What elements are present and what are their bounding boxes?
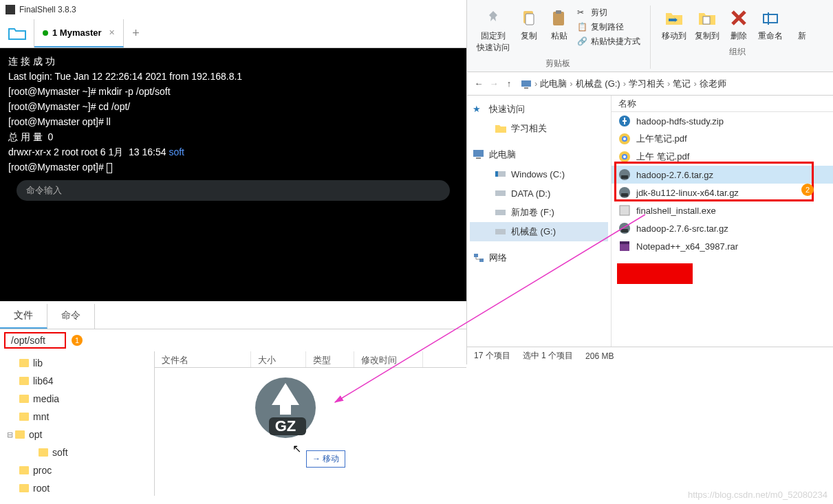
forward-button[interactable]: → (486, 78, 501, 89)
svg-rect-33 (620, 206, 629, 215)
grid-body[interactable]: GZ ↖ → 移动 (155, 368, 466, 496)
copy-path-button[interactable]: 📋复制路径 (574, 20, 643, 34)
moveto-icon (663, 7, 685, 29)
session-tab[interactable]: 1 Mymaster ✕ (34, 19, 124, 47)
rename-button[interactable]: 重命名 (754, 4, 787, 45)
col-name[interactable]: 文件名 (155, 351, 251, 367)
nav-quick-access[interactable]: ★快速访问 (470, 100, 608, 119)
tree-label: lib64 (33, 375, 54, 386)
folder-icon (8, 27, 26, 41)
command-input[interactable]: 命令输入 (17, 180, 450, 201)
gz-icon (618, 186, 631, 199)
folder-icon (19, 484, 29, 492)
list-item[interactable]: finalshell_install.exe (612, 201, 833, 219)
svg-rect-11 (521, 80, 531, 87)
add-tab-button[interactable]: + (124, 26, 149, 41)
nav-study[interactable]: 学习相关 (470, 119, 608, 138)
tree-label: lib (33, 358, 43, 369)
nav-drive-d[interactable]: DATA (D:) (470, 184, 608, 203)
crumb[interactable]: 机械盘 (G:) (576, 78, 620, 90)
tree-item[interactable]: proc (6, 461, 149, 479)
nav-pane[interactable]: ★快速访问 学习相关 此电脑 Windows (C:) DATA (D:) 新加… (467, 96, 612, 347)
tree-item[interactable]: lib (6, 354, 149, 372)
file-list[interactable]: 名称 hadoop-hdfs-study.zip 上午笔记.pdf 上午 笔记.… (612, 96, 833, 347)
finalshell-tabbar: 1 Mymaster ✕ + (0, 19, 466, 48)
ribbon-group-clipboard: 固定到 快速访问 复制 粘贴 ✂剪切 📋复制路径 🔗粘贴快捷方式 (470, 3, 646, 72)
remote-file-grid[interactable]: 文件名 大小 类型 修改时间 GZ ↖ → 移动 (155, 351, 466, 496)
tree-label: soft (52, 447, 68, 458)
pin-button[interactable]: 固定到 快速访问 (473, 4, 514, 56)
moveto-button[interactable]: 移动到 (658, 4, 691, 45)
breadcrumb[interactable]: ›此电脑 ›机械盘 (G:) ›学习相关 ›笔记 ›徐老师 (521, 78, 726, 90)
drive-icon (495, 168, 507, 179)
tab-commands[interactable]: 命令 (47, 304, 95, 329)
back-button[interactable]: ← (471, 78, 486, 89)
nav-drive-f[interactable]: 新加卷 (F:) (470, 203, 608, 222)
col-mtime[interactable]: 修改时间 (354, 351, 423, 367)
paste-button[interactable]: 粘贴 (544, 4, 574, 45)
close-icon[interactable]: ✕ (109, 28, 115, 37)
tree-item[interactable]: media (6, 390, 149, 408)
terminal[interactable]: 连 接 成 功 Last login: Tue Jan 12 22:26:14 … (0, 48, 466, 301)
col-type[interactable]: 类型 (306, 351, 354, 367)
chrome-icon (618, 133, 631, 145)
crumb[interactable]: 此电脑 (540, 78, 567, 90)
pc-icon (473, 149, 485, 160)
svg-rect-12 (524, 87, 528, 89)
list-item[interactable]: hadoop-hdfs-study.zip (612, 112, 833, 130)
paste-shortcut-button[interactable]: 🔗粘贴快捷方式 (574, 34, 643, 49)
list-item[interactable]: hadoop-2.7.6-src.tar.gz (612, 219, 833, 237)
status-selected: 选中 1 个项目 (523, 350, 573, 362)
chrome-icon (618, 151, 631, 163)
tree-item[interactable]: lib64 (6, 372, 149, 390)
svg-rect-13 (473, 150, 484, 157)
list-item[interactable]: jdk-8u112-linux-x64.tar.gz (612, 184, 833, 201)
nav-drive-c[interactable]: Windows (C:) (470, 164, 608, 184)
crumb[interactable]: 笔记 (673, 78, 691, 90)
tree-item[interactable]: root (6, 479, 149, 496)
lower-tabs: 文件 命令 (0, 304, 466, 329)
crumb[interactable]: 学习相关 (629, 78, 664, 90)
list-item[interactable]: 上午 笔记.pdf (612, 148, 833, 166)
nav-this-pc[interactable]: 此电脑 (470, 145, 608, 164)
remote-path-input[interactable]: /opt/soft (4, 332, 66, 349)
nav-label: 机械盘 (G:) (511, 226, 556, 238)
btn-label: 粘贴 (551, 30, 567, 42)
folder-icon (39, 448, 48, 457)
mouse-cursor-icon: ↖ (292, 442, 301, 455)
tree-item-soft[interactable]: soft (6, 443, 149, 461)
new-button[interactable]: 新 (787, 4, 817, 45)
command-placeholder: 命令输入 (26, 183, 62, 198)
app-title: FinalShell 3.8.3 (19, 5, 76, 14)
copy-button[interactable]: 复制 (514, 4, 544, 45)
remote-tree[interactable]: lib lib64 media mnt ⊟opt soft proc root (0, 351, 155, 496)
lower-pane: lib lib64 media mnt ⊟opt soft proc root … (0, 351, 466, 496)
up-button[interactable]: ↑ (501, 78, 517, 89)
svg-rect-35 (621, 229, 628, 232)
tree-item-opt[interactable]: ⊟opt (6, 426, 149, 443)
tree-item[interactable]: mnt (6, 408, 149, 426)
delete-button[interactable]: 删除 (724, 4, 754, 45)
list-item-selected[interactable]: hadoop-2.7.6.tar.gz (612, 166, 833, 184)
svg-rect-9 (764, 14, 777, 23)
copyto-button[interactable]: 复制到 (691, 4, 724, 45)
tree-label: opt (29, 429, 42, 440)
rar-icon (618, 240, 631, 252)
tree-collapse-icon[interactable]: ⊟ (6, 430, 14, 439)
list-item[interactable]: 上午笔记.pdf (612, 130, 833, 148)
cut-button[interactable]: ✂剪切 (574, 6, 643, 20)
col-size[interactable]: 大小 (251, 351, 306, 367)
terminal-line: 总 用 量 0 (8, 131, 53, 142)
nav-drive-g[interactable]: 机械盘 (G:) (470, 222, 608, 241)
nav-network[interactable]: 网络 (470, 248, 608, 267)
file-name: jdk-8u112-linux-x64.tar.gz (636, 188, 739, 198)
tab-files[interactable]: 文件 (0, 304, 47, 329)
open-folder-button[interactable] (0, 19, 34, 47)
crumb[interactable]: 徐老师 (700, 78, 726, 90)
list-item[interactable]: Notepad++_x64_3987.rar (612, 237, 833, 255)
annotation-badge-1: 1 (72, 335, 83, 346)
btn-label: 粘贴快捷方式 (591, 36, 640, 47)
btn-label: 删除 (731, 30, 747, 42)
pin-icon (482, 7, 504, 29)
list-header[interactable]: 名称 (612, 96, 833, 112)
